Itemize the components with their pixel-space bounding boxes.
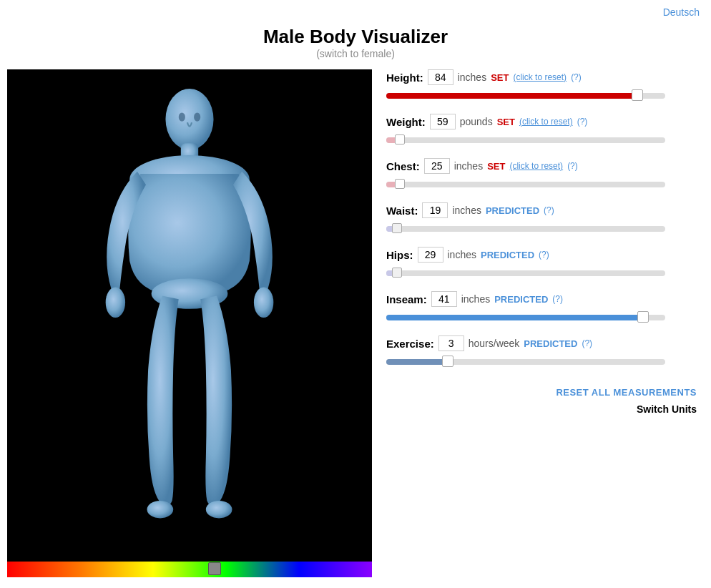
height-help-link[interactable]: (?) xyxy=(571,72,582,82)
waist-value[interactable]: 19 xyxy=(422,202,448,218)
exercise-help-link[interactable]: (?) xyxy=(582,338,592,348)
exercise-unit: hours/week xyxy=(469,338,520,349)
weight-slider[interactable] xyxy=(386,134,665,147)
height-label: Height: xyxy=(386,72,423,84)
controls-panel: Height: 84 inches SET (click to reset) (… xyxy=(372,69,711,577)
exercise-value[interactable]: 3 xyxy=(438,335,464,351)
height-value[interactable]: 84 xyxy=(428,69,453,85)
chest-slider[interactable] xyxy=(386,178,665,191)
exercise-slider-thumb[interactable] xyxy=(442,356,453,367)
inseam-status: PREDICTED xyxy=(494,294,548,305)
height-unit: inches xyxy=(458,72,486,83)
waist-status: PREDICTED xyxy=(486,205,539,216)
weight-reset-link[interactable]: (click to reset) xyxy=(519,117,573,127)
waist-label: Waist: xyxy=(386,205,418,217)
waist-unit: inches xyxy=(452,205,481,216)
height-reset-link[interactable]: (click to reset) xyxy=(513,72,567,82)
waist-slider-track xyxy=(386,226,665,232)
weight-label: Weight: xyxy=(386,116,426,128)
weight-row: Weight: 59 pounds SET (click to reset) (… xyxy=(386,114,697,150)
reset-all-button[interactable]: RESET ALL MEASUREMENTS xyxy=(556,387,697,398)
hips-help-link[interactable]: (?) xyxy=(539,250,549,260)
weight-unit: pounds xyxy=(460,116,493,127)
hips-value[interactable]: 29 xyxy=(418,247,443,263)
height-slider[interactable] xyxy=(386,89,665,102)
hips-slider-track xyxy=(386,270,665,276)
svg-point-9 xyxy=(194,113,200,122)
chest-slider-thumb[interactable] xyxy=(395,179,405,189)
chest-label: Chest: xyxy=(386,160,420,172)
svg-point-7 xyxy=(206,501,232,518)
svg-point-8 xyxy=(179,113,185,122)
chest-help-link[interactable]: (?) xyxy=(567,161,578,171)
inseam-value[interactable]: 41 xyxy=(431,291,457,307)
chest-unit: inches xyxy=(454,160,483,172)
waist-slider-thumb[interactable] xyxy=(392,223,402,233)
waist-slider[interactable] xyxy=(386,222,665,235)
hips-label: Hips: xyxy=(386,249,413,261)
body-canvas[interactable] xyxy=(7,69,372,562)
inseam-label: Inseam: xyxy=(386,293,427,305)
weight-status: SET xyxy=(497,117,515,127)
exercise-slider-fill xyxy=(386,359,448,365)
inseam-unit: inches xyxy=(461,293,490,305)
switch-gender-link[interactable]: (switch to female) xyxy=(316,48,395,59)
language-link[interactable]: Deutsch xyxy=(663,6,700,18)
height-row: Height: 84 inches SET (click to reset) (… xyxy=(386,69,697,105)
svg-point-4 xyxy=(106,287,125,318)
color-bar-thumb[interactable] xyxy=(208,562,221,575)
chest-slider-track xyxy=(386,182,665,187)
exercise-label: Exercise: xyxy=(386,338,434,350)
inseam-slider[interactable] xyxy=(386,311,665,324)
svg-point-5 xyxy=(254,287,273,318)
hips-unit: inches xyxy=(448,249,476,260)
weight-slider-track xyxy=(386,137,665,143)
hips-status: PREDICTED xyxy=(481,250,534,260)
exercise-status: PREDICTED xyxy=(524,338,577,349)
body-visualizer-panel xyxy=(7,69,372,577)
height-slider-fill xyxy=(386,93,637,99)
weight-value[interactable]: 59 xyxy=(430,114,456,129)
hips-row: Hips: 29 inches PREDICTED (?) xyxy=(386,247,697,283)
exercise-slider[interactable] xyxy=(386,356,665,368)
svg-point-0 xyxy=(165,89,213,150)
height-slider-thumb[interactable] xyxy=(632,89,643,101)
weight-help-link[interactable]: (?) xyxy=(577,117,588,127)
bottom-buttons: RESET ALL MEASUREMENTS Switch Units xyxy=(386,387,697,415)
color-gradient-bar[interactable] xyxy=(7,562,372,577)
height-status: SET xyxy=(491,72,509,83)
chest-row: Chest: 25 inches SET (click to reset) (?… xyxy=(386,158,697,194)
switch-units-button[interactable]: Switch Units xyxy=(637,403,697,415)
waist-help-link[interactable]: (?) xyxy=(544,205,554,215)
inseam-slider-fill xyxy=(386,315,643,320)
hips-slider[interactable] xyxy=(386,267,665,280)
chest-reset-link[interactable]: (click to reset) xyxy=(509,161,563,171)
hips-slider-thumb[interactable] xyxy=(392,268,402,278)
chest-value[interactable]: 25 xyxy=(424,158,450,174)
waist-row: Waist: 19 inches PREDICTED (?) xyxy=(386,202,697,238)
inseam-slider-thumb[interactable] xyxy=(637,311,649,323)
chest-status: SET xyxy=(487,161,505,172)
weight-slider-thumb[interactable] xyxy=(395,134,405,144)
exercise-row: Exercise: 3 hours/week PREDICTED (?) xyxy=(386,335,697,371)
inseam-help-link[interactable]: (?) xyxy=(552,294,563,304)
svg-point-6 xyxy=(147,501,174,518)
inseam-row: Inseam: 41 inches PREDICTED (?) xyxy=(386,291,697,327)
page-title: Male Body Visualizer xyxy=(0,26,711,48)
